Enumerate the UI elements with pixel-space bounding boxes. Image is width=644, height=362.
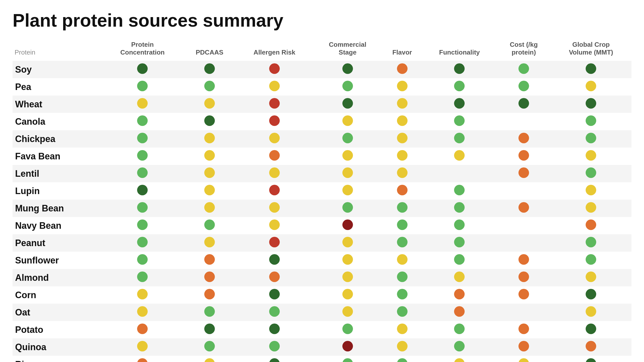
rating-dot — [204, 150, 215, 161]
rating-dot — [342, 306, 353, 317]
rating-dot — [454, 306, 465, 317]
rating-dot — [204, 254, 215, 265]
rating-dot — [204, 237, 215, 247]
dot-cell — [183, 182, 236, 200]
dot-cell — [313, 356, 382, 362]
dot-cell — [183, 200, 236, 217]
dot-cell — [313, 182, 382, 200]
dot-cell — [551, 304, 631, 321]
protein-name: Rice — [13, 356, 102, 362]
protein-name: Canola — [13, 113, 102, 130]
dot-cell — [102, 304, 183, 321]
dot-cell — [183, 113, 236, 130]
dot-cell — [551, 148, 631, 165]
dot-cell — [236, 321, 313, 338]
rating-dot — [397, 358, 408, 362]
rating-dot — [397, 324, 408, 334]
rating-dot — [518, 341, 529, 351]
rating-dot — [342, 150, 353, 161]
rating-dot — [137, 324, 148, 334]
rating-dot — [454, 219, 465, 230]
dot-cell — [497, 148, 550, 165]
rating-dot — [518, 63, 529, 74]
rating-dot — [518, 133, 529, 143]
table-row: Corn — [13, 286, 631, 304]
dot-cell — [183, 304, 236, 321]
protein-table: ProteinProteinConcentrationPDCAASAllerge… — [13, 38, 631, 362]
dot-cell — [183, 321, 236, 338]
rating-dot — [454, 341, 465, 351]
rating-dot — [137, 63, 148, 74]
dot-cell — [382, 96, 422, 113]
dot-cell — [313, 200, 382, 217]
rating-dot — [397, 185, 408, 195]
dot-cell — [236, 182, 313, 200]
rating-dot — [586, 324, 596, 334]
table-row: Chickpea — [13, 130, 631, 148]
rating-dot — [204, 219, 215, 230]
dot-cell — [497, 130, 550, 148]
dot-cell — [551, 78, 631, 96]
dot-cell — [422, 356, 497, 362]
col-header-5: Flavor — [382, 38, 422, 61]
rating-dot — [269, 185, 280, 195]
rating-dot — [397, 202, 408, 213]
dot-cell — [313, 78, 382, 96]
protein-name: Lentil — [13, 165, 102, 182]
rating-dot — [204, 98, 215, 109]
dot-cell — [313, 96, 382, 113]
rating-dot — [586, 63, 596, 74]
dot-cell — [497, 182, 550, 200]
rating-dot — [137, 237, 148, 247]
dot-cell — [551, 61, 631, 78]
rating-dot — [204, 272, 215, 282]
dot-cell — [313, 269, 382, 286]
rating-dot — [204, 115, 215, 126]
dot-cell — [183, 338, 236, 356]
table-row: Lupin — [13, 182, 631, 200]
dot-cell — [236, 78, 313, 96]
dot-cell — [422, 321, 497, 338]
dot-cell — [313, 148, 382, 165]
dot-cell — [497, 217, 550, 234]
dot-cell — [183, 356, 236, 362]
dot-cell — [313, 61, 382, 78]
dot-cell — [382, 217, 422, 234]
rating-dot — [204, 63, 215, 74]
protein-name: Chickpea — [13, 130, 102, 148]
rating-dot — [342, 185, 353, 195]
rating-dot — [586, 306, 596, 317]
dot-cell — [497, 356, 550, 362]
rating-dot — [269, 324, 280, 334]
dot-cell — [102, 234, 183, 252]
rating-dot — [586, 341, 596, 351]
dot-cell — [497, 96, 550, 113]
dot-cell — [183, 234, 236, 252]
dot-cell — [382, 130, 422, 148]
rating-dot — [269, 306, 280, 317]
rating-dot — [518, 98, 529, 109]
dot-cell — [422, 234, 497, 252]
rating-dot — [586, 115, 596, 126]
rating-dot — [137, 219, 148, 230]
dot-cell — [313, 165, 382, 182]
dot-cell — [183, 96, 236, 113]
dot-cell — [102, 321, 183, 338]
protein-name: Sunflower — [13, 252, 102, 269]
rating-dot — [342, 115, 353, 126]
dot-cell — [382, 234, 422, 252]
rating-dot — [397, 306, 408, 317]
dot-cell — [382, 252, 422, 269]
dot-cell — [102, 286, 183, 304]
dot-cell — [551, 182, 631, 200]
dot-cell — [102, 148, 183, 165]
dot-cell — [551, 321, 631, 338]
dot-cell — [102, 165, 183, 182]
dot-cell — [183, 252, 236, 269]
protein-name: Wheat — [13, 96, 102, 113]
dot-cell — [551, 165, 631, 182]
rating-dot — [454, 324, 465, 334]
rating-dot — [342, 341, 353, 351]
rating-dot — [269, 341, 280, 351]
dot-cell — [102, 96, 183, 113]
